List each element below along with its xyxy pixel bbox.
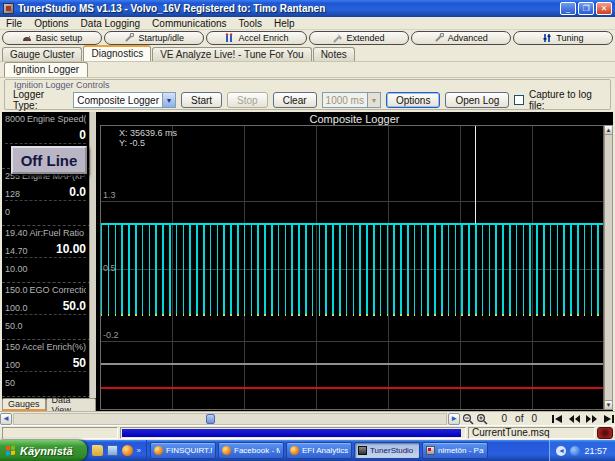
task-finsquirt[interactable]: FINSQUIRT.NET ... — [150, 442, 216, 459]
tuning-button[interactable]: Tuning — [513, 31, 613, 45]
scrollbar-thumb[interactable] — [206, 414, 215, 424]
gridline — [101, 341, 603, 342]
capture-log-checkbox[interactable] — [514, 95, 524, 105]
chart-navigation-bar: ◄ ► 0 of 0 — [0, 411, 615, 425]
gauge-panel: 8000Engine Speed(RPM) 0 255Engine MAP(kP… — [2, 112, 96, 411]
tab-gauges[interactable]: Gauges — [2, 398, 46, 411]
shortcut-toolbar: Basic setup Startup/idle Accel Enrich Ex… — [0, 30, 615, 46]
menu-bar: File Options Data Logging Communications… — [0, 17, 615, 30]
zoom-out-button[interactable] — [460, 412, 475, 425]
startup-idle-button[interactable]: Startup/idle — [104, 31, 204, 45]
gauge-view-tabs: Gauges Data View — [2, 398, 96, 411]
main-content: 8000Engine Speed(RPM) 0 255Engine MAP(kP… — [2, 112, 613, 411]
magnifier-minus-icon — [462, 413, 474, 425]
gauge-icon — [22, 33, 32, 43]
gridline — [101, 201, 603, 202]
current-tune-file: CurrentTune.msq — [468, 427, 595, 439]
diagnostics-tab-bar: Ignition Logger — [0, 62, 615, 78]
gauge-afr: 19.40Air:Fuel Ratio 14.7010.00 10.00 — [2, 226, 96, 283]
advanced-button[interactable]: Advanced — [411, 31, 511, 45]
injector-icon — [224, 33, 234, 43]
tab-ignition-logger[interactable]: Ignition Logger — [4, 62, 88, 77]
task-paint[interactable]: nimetön - Paint — [422, 442, 488, 459]
tab-diagnostics[interactable]: Diagnostics — [83, 45, 151, 61]
start-button[interactable]: Start — [181, 92, 222, 108]
tunerstudio-icon — [358, 446, 367, 455]
interval-select: 1000 ms ▼ — [322, 92, 381, 108]
scroll-left-button[interactable]: ◄ — [0, 413, 12, 425]
megasquirt-status-icon — [597, 427, 613, 439]
tray-app-icon[interactable] — [570, 446, 580, 456]
close-button[interactable]: ✕ — [596, 2, 612, 15]
firefox-icon[interactable] — [122, 445, 133, 456]
menu-tools[interactable]: Tools — [233, 18, 268, 29]
prev-event-icon[interactable] — [568, 414, 581, 424]
capture-log-label: Capture to log file: — [529, 89, 606, 111]
chart-vertical-scrollbar[interactable]: ▲ ▼ — [604, 125, 613, 410]
wrench-icon — [434, 33, 444, 43]
basic-setup-button[interactable]: Basic setup — [2, 31, 102, 45]
menu-communications[interactable]: Communications — [146, 18, 232, 29]
sliders-icon — [542, 33, 552, 43]
show-desktop-icon[interactable] — [107, 445, 118, 456]
sync-trace-line — [101, 387, 603, 389]
chart-plot-area[interactable]: X: 35639.6 ms Y: -0.5 1.3 0.5 -0.2 — [100, 125, 604, 410]
tab-data-view[interactable]: Data View — [46, 398, 96, 411]
scroll-down-icon[interactable]: ▼ — [605, 400, 612, 409]
scroll-right-button[interactable]: ► — [448, 413, 460, 425]
menu-options[interactable]: Options — [28, 18, 74, 29]
status-cell-empty — [2, 427, 118, 439]
menu-help[interactable]: Help — [268, 18, 301, 29]
y-axis-label: 1.3 — [103, 190, 116, 200]
first-event-icon[interactable] — [551, 414, 564, 424]
task-efi-analytics[interactable]: EFI Analytics Do... — [286, 442, 352, 459]
task-tunerstudio[interactable]: TunerStudio MS ... — [354, 442, 420, 459]
event-nav-buttons — [551, 414, 615, 424]
gauge-panel-scrollbar[interactable] — [89, 112, 96, 398]
open-log-button[interactable]: Open Log — [445, 92, 509, 108]
tab-gauge-cluster[interactable]: Gauge Cluster — [2, 47, 82, 61]
windows-taskbar: Käynnistä » FINSQUIRT.NET ... Facebook -… — [0, 440, 615, 461]
wrench-icon — [124, 33, 134, 43]
extended-button[interactable]: Extended — [309, 31, 409, 45]
chevron-down-icon: ▼ — [367, 93, 380, 107]
last-event-icon[interactable] — [602, 414, 615, 424]
tab-ve-analyze[interactable]: VE Analyze Live! - Tune For You — [152, 47, 311, 61]
logger-controls-group: Ignition Logger Controls Logger Type: Co… — [4, 79, 611, 110]
window-titlebar: TunerStudio MS v1.13 - Volvo_16V Registe… — [0, 0, 615, 17]
menu-file[interactable]: File — [0, 18, 28, 29]
clear-button[interactable]: Clear — [273, 92, 317, 108]
restore-button[interactable]: ❐ — [578, 2, 594, 15]
stop-button: Stop — [227, 92, 268, 108]
tooltip-y-value: Y: -0.5 — [119, 138, 177, 148]
tooth-markers — [101, 314, 603, 316]
y-axis-label: -0.2 — [103, 330, 119, 340]
gauge-accel-enrich: 150Accel Enrich(%) 10050 50 — [2, 340, 96, 397]
status-bar: CurrentTune.msq — [0, 425, 615, 440]
firefox-icon — [154, 446, 163, 455]
options-button[interactable]: Options — [386, 92, 440, 108]
tray-collapse-icon[interactable]: ◄ — [556, 446, 566, 456]
windows-logo-icon — [6, 445, 16, 456]
start-button[interactable]: Käynnistä — [0, 440, 87, 461]
tooth-signal-wave — [101, 223, 603, 316]
chevron-down-icon: ▼ — [162, 93, 175, 107]
menu-data-logging[interactable]: Data Logging — [75, 18, 147, 29]
zoom-in-button[interactable] — [475, 412, 490, 425]
progress-fill — [122, 429, 461, 437]
event-current: 0 — [502, 413, 508, 424]
logger-type-select[interactable]: Composite Logger ▼ — [73, 92, 176, 108]
chart-horizontal-scrollbar[interactable] — [13, 413, 448, 425]
next-event-icon[interactable] — [585, 414, 598, 424]
paint-icon — [426, 446, 435, 455]
task-facebook[interactable]: Facebook - Mozil... — [218, 442, 284, 459]
scroll-up-icon[interactable]: ▲ — [605, 126, 612, 135]
folder-icon[interactable] — [92, 445, 103, 456]
y-axis-label: 0.5 — [103, 263, 116, 273]
gauge-ego-correction: 150.0EGO Correction(%) 100.050.0 50.0 — [2, 283, 96, 340]
accel-enrich-button[interactable]: Accel Enrich — [206, 31, 306, 45]
quick-launch-overflow-icon[interactable]: » — [137, 446, 141, 455]
tab-notes[interactable]: Notes — [313, 47, 355, 61]
minimize-button[interactable]: _ — [560, 2, 576, 15]
tooltip-x-value: X: 35639.6 ms — [119, 128, 177, 138]
